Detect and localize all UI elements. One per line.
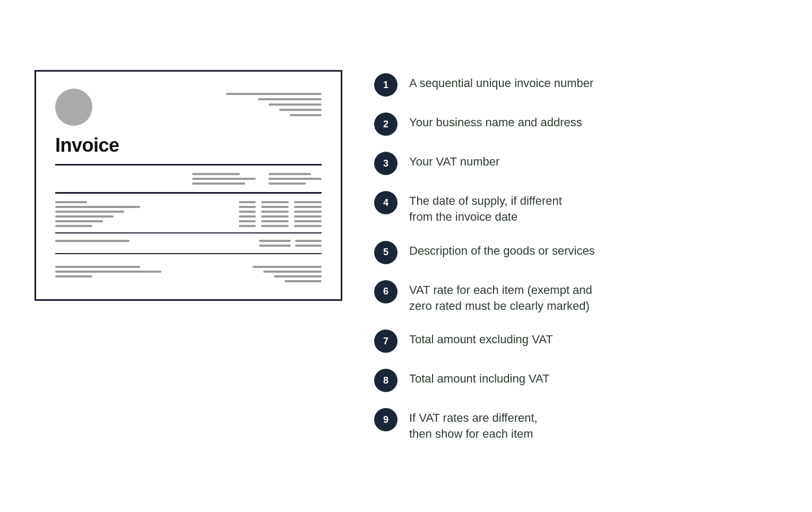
tl-5 (55, 220, 103, 222)
tot-r1-1 (259, 240, 291, 242)
fl-3 (55, 275, 92, 277)
header-line-4 (279, 109, 322, 111)
badge-8: 8 (374, 369, 398, 392)
info-text-5: Description of the goods or services (409, 240, 595, 259)
invoice-header (55, 89, 322, 126)
badge-4: 4 (374, 191, 398, 214)
address-col-2 (269, 173, 322, 185)
header-line-3 (269, 103, 322, 106)
fl-1 (55, 266, 140, 268)
fr-4 (284, 280, 322, 282)
tl-1 (55, 201, 87, 203)
tot-r2-2 (295, 245, 322, 247)
info-item-1: 1 A sequential unique invoice number (374, 72, 778, 97)
info-text-1: A sequential unique invoice number (409, 72, 593, 91)
info-item-6: 6 VAT rate for each item (exempt andzero… (374, 279, 778, 314)
fr-3 (274, 275, 322, 277)
invoice-footer-section (55, 266, 322, 282)
addr-line-1 (192, 173, 240, 175)
header-line-5 (290, 114, 322, 116)
header-line-1 (226, 93, 322, 95)
info-text-6: VAT rate for each item (exempt andzero r… (409, 279, 592, 314)
tr2-5 (261, 220, 289, 222)
info-list: 1 A sequential unique invoice number 2 Y… (374, 70, 778, 441)
tot-r1-2 (295, 240, 322, 242)
table-right-group-2 (261, 201, 289, 227)
tr2-1 (261, 201, 289, 203)
badge-6: 6 (374, 280, 398, 303)
tr2-2 (261, 206, 289, 208)
table-right-col (239, 201, 322, 227)
badge-3: 3 (374, 152, 398, 175)
invoice-title: Invoice (55, 134, 322, 157)
badge-2: 2 (374, 112, 398, 136)
totals-right (259, 240, 322, 247)
main-container: Invoice (34, 49, 778, 463)
badge-7: 7 (374, 329, 398, 353)
tr2-6 (261, 225, 289, 227)
badge-1: 1 (374, 73, 398, 97)
info-item-7: 7 Total amount excluding VAT (374, 328, 778, 353)
invoice-totals-section (55, 240, 322, 247)
tr1-6 (239, 225, 256, 227)
tr3-3 (294, 211, 322, 213)
tr1-2 (239, 206, 256, 208)
fl-2 (55, 271, 161, 273)
table-right-group-1 (239, 201, 256, 227)
footer-left (55, 266, 161, 277)
invoice-logo (55, 89, 92, 126)
tot-left-1 (55, 240, 129, 242)
invoice-divider-3 (55, 232, 322, 233)
tr1-5 (239, 220, 256, 222)
table-right-group-3 (294, 201, 322, 227)
tr1-1 (239, 201, 256, 203)
address-col-1 (192, 173, 256, 185)
tl-3 (55, 211, 124, 213)
invoice-divider-4 (55, 253, 322, 254)
info-text-4: The date of supply, if differentfrom the… (409, 190, 562, 224)
badge-9: 9 (374, 408, 398, 431)
tr3-2 (294, 206, 322, 208)
tr2-3 (261, 211, 289, 213)
info-item-3: 3 Your VAT number (374, 151, 778, 175)
tr2-4 (261, 215, 289, 218)
totals-left (55, 240, 129, 242)
addr2-line-2 (269, 178, 322, 180)
tot-r2-1 (259, 245, 291, 247)
tr3-5 (294, 220, 322, 222)
addr2-line-3 (269, 183, 306, 185)
tr1-3 (239, 211, 256, 213)
invoice-header-lines (226, 89, 322, 116)
footer-right (253, 266, 322, 282)
info-item-2: 2 Your business name and address (374, 111, 778, 136)
tl-2 (55, 206, 140, 208)
invoice-table-section (55, 201, 322, 227)
info-item-4: 4 The date of supply, if differentfrom t… (374, 190, 778, 224)
tl-6 (55, 225, 92, 227)
tr3-1 (294, 201, 322, 203)
addr-line-3 (192, 183, 245, 185)
info-text-9: If VAT rates are different,then show for… (409, 407, 538, 441)
table-row-mock (55, 201, 322, 227)
addr2-line-1 (269, 173, 311, 175)
tr1-4 (239, 215, 256, 218)
tr3-6 (294, 225, 322, 227)
tl-4 (55, 215, 114, 218)
info-item-5: 5 Description of the goods or services (374, 240, 778, 264)
info-item-8: 8 Total amount including VAT (374, 368, 778, 392)
info-text-3: Your VAT number (409, 151, 499, 170)
invoice-divider-2 (55, 192, 322, 194)
info-text-2: Your business name and address (409, 111, 582, 131)
invoice-address-row (55, 173, 322, 185)
fr-1 (253, 266, 322, 268)
header-line-2 (258, 98, 322, 100)
info-item-9: 9 If VAT rates are different,then show f… (374, 407, 778, 441)
fr-2 (263, 271, 322, 273)
invoice-mockup: Invoice (34, 70, 342, 301)
tr3-4 (294, 215, 322, 218)
table-left-col (55, 201, 140, 227)
invoice-divider-1 (55, 164, 322, 166)
addr-line-2 (192, 178, 256, 180)
badge-5: 5 (374, 241, 398, 264)
info-text-8: Total amount including VAT (409, 368, 550, 387)
